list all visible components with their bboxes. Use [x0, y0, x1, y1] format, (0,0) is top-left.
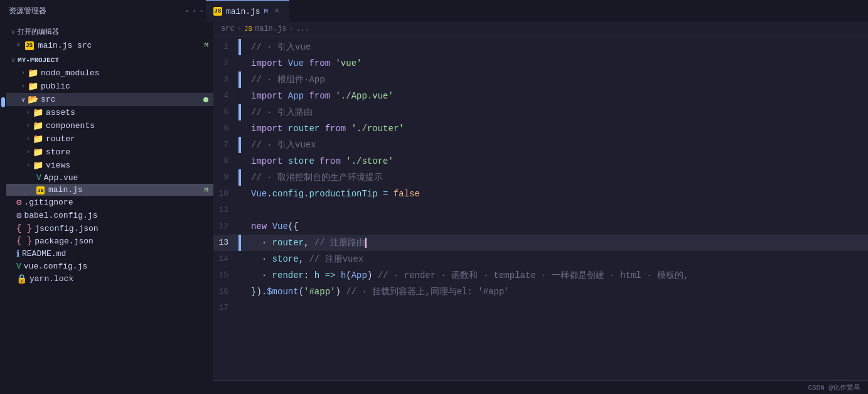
sidebar-item-src[interactable]: ∨ 📂 src: [6, 93, 213, 106]
line-num-7: 7: [213, 137, 238, 153]
router-folder-icon: 📁: [33, 134, 43, 144]
line-num-9: 9: [213, 169, 238, 186]
sidebar-header: 资源管理器 ···: [5, 6, 206, 17]
line-num-5: 5: [213, 104, 238, 120]
code-line-11: 11: [213, 202, 868, 218]
router-chevron: ›: [26, 136, 30, 142]
babel-label: babel.config.js: [24, 211, 213, 220]
line-gutter-12: [238, 218, 241, 235]
line-gutter-14: [238, 251, 241, 267]
sidebar-item-mainjs[interactable]: JS main.js M: [6, 184, 213, 196]
code-line-5: 5 // · 引入路由: [213, 104, 868, 120]
line-num-12: 12: [213, 218, 238, 235]
node-modules-chevron: ›: [21, 70, 25, 77]
open-editor-js-icon: JS: [23, 40, 36, 50]
project-root-header[interactable]: ∨ MY-PROJECT: [6, 54, 213, 67]
line-gutter-2: [238, 55, 241, 72]
breadcrumb-mainjs[interactable]: main.js: [255, 24, 286, 33]
sidebar-item-readme[interactable]: ℹ README.md: [6, 247, 213, 260]
open-editor-item[interactable]: × JS main.js src M: [6, 39, 213, 51]
line-gutter-3: [238, 72, 241, 88]
line-num-3: 3: [213, 72, 238, 88]
readme-label: README.md: [22, 249, 213, 258]
src-folder-icon: 📂: [28, 94, 38, 105]
code-line-7: 7 // · 引入vuex: [213, 137, 868, 153]
line-gutter-1: [238, 39, 241, 55]
sidebar-item-yarnlock[interactable]: 🔒 yarn.lock: [6, 272, 213, 285]
store-folder-icon: 📁: [33, 147, 43, 157]
sidebar-item-jsconfig[interactable]: { } jsconfig.json: [6, 222, 213, 235]
code-line-3: 3 // · 根组件·App: [213, 72, 868, 88]
code-line-16: 16 }).$mount('#app') // · 挂载到容器上,同理与el: …: [213, 284, 868, 300]
js-file-icon: JS: [213, 7, 222, 16]
sidebar-item-store[interactable]: › 📁 store: [6, 146, 213, 159]
appvue-label: App.vue: [44, 173, 213, 183]
line-num-4: 4: [213, 88, 238, 104]
line-num-17: 17: [213, 300, 238, 316]
sidebar-item-node-modules[interactable]: › 📁 node_modules: [6, 67, 213, 80]
line-gutter-5: [238, 104, 241, 120]
sidebar-item-packagejson[interactable]: { } package.json: [6, 235, 213, 247]
src-modified-dot: [203, 97, 208, 102]
sidebar-item-router[interactable]: › 📁 router: [6, 132, 213, 146]
readme-icon: ℹ: [16, 248, 19, 259]
main-area: ∨ 打开的编辑器 × JS main.js src M ∨ MY-PROJECT: [0, 22, 868, 394]
jsconfig-label: jsconfig.json: [35, 224, 213, 233]
views-folder-icon: 📁: [33, 160, 43, 171]
sidebar-item-appvue[interactable]: V App.vue: [6, 172, 213, 184]
vueconfig-label: vue.config.js: [24, 262, 213, 271]
line-content-12: new Vue({: [249, 218, 299, 235]
assets-folder-icon: 📁: [33, 107, 43, 118]
sidebar-item-components[interactable]: › 📁 components: [6, 119, 213, 132]
line-content-15: · render: h => h(App) // · render · 函数和 …: [249, 267, 689, 284]
line-num-10: 10: [213, 186, 238, 202]
open-editors-header[interactable]: ∨ 打开的编辑器: [6, 24, 213, 39]
breadcrumb-src[interactable]: src: [221, 24, 235, 33]
code-line-13: 13 · router, // 注册路由: [213, 235, 868, 251]
line-gutter-17: [238, 300, 241, 316]
sidebar-item-babel[interactable]: ⚙ babel.config.js: [6, 209, 213, 222]
line-content-8: import store from './store': [249, 153, 394, 169]
code-line-8: 8 import store from './store': [213, 153, 868, 169]
code-line-6: 6 import router from './router': [213, 120, 868, 137]
tab-mainjs[interactable]: JS main.js M ×: [206, 0, 289, 22]
breadcrumb-sep2: ›: [289, 24, 293, 33]
sidebar-title: 资源管理器: [5, 6, 46, 16]
line-num-11: 11: [213, 202, 238, 218]
components-label: components: [46, 121, 213, 130]
code-editor[interactable]: 1 // · 引入vue 2 import Vue from 'vue' 3: [213, 36, 868, 380]
line-content-7: // · 引入vuex: [249, 137, 316, 153]
store-chevron: ›: [26, 149, 30, 156]
tab-close-button[interactable]: ×: [272, 6, 282, 16]
line-content-10: Vue.config.productionTip = false: [249, 186, 420, 202]
line-content-1: // · 引入vue: [249, 39, 311, 55]
sidebar-item-vueconfig[interactable]: V vue.config.js: [6, 260, 213, 272]
sidebar-item-gitignore[interactable]: ⚙ .gitignore: [6, 196, 213, 209]
sidebar-menu-dots[interactable]: ···: [184, 6, 206, 17]
project-name: MY-PROJECT: [18, 56, 59, 64]
line-gutter-13: [238, 235, 241, 251]
project-chevron: ∨: [11, 56, 15, 64]
appvue-icon: V: [36, 173, 41, 183]
yarnlock-icon: 🔒: [16, 274, 27, 284]
line-gutter-7: [238, 137, 241, 153]
open-editor-filename: main.js src: [38, 41, 205, 50]
code-line-2: 2 import Vue from 'vue': [213, 55, 868, 72]
router-label: router: [46, 134, 213, 144]
tab-filename: main.js: [226, 7, 260, 16]
code-line-1: 1 // · 引入vue: [213, 39, 868, 55]
line-content-9: // · 取消控制台的生产环境提示: [249, 169, 383, 186]
sidebar-item-assets[interactable]: › 📁 assets: [6, 106, 213, 119]
code-line-9: 9 // · 取消控制台的生产环境提示: [213, 169, 868, 186]
breadcrumb-dots[interactable]: ...: [296, 24, 310, 33]
line-content-16: }).$mount('#app') // · 挂载到容器上,同理与el: '#a…: [249, 284, 510, 300]
sidebar-item-views[interactable]: › 📁 views: [6, 159, 213, 172]
code-content: 1 // · 引入vue 2 import Vue from 'vue' 3: [213, 36, 868, 319]
open-editor-close[interactable]: ×: [16, 41, 21, 49]
public-label: public: [41, 82, 213, 91]
line-num-8: 8: [213, 153, 238, 169]
sidebar-item-public[interactable]: › 📁 public: [6, 80, 213, 93]
bottom-bar: CSDN @化作繁星: [213, 380, 868, 394]
line-num-2: 2: [213, 55, 238, 72]
open-editors-chevron: ∨: [11, 28, 15, 36]
